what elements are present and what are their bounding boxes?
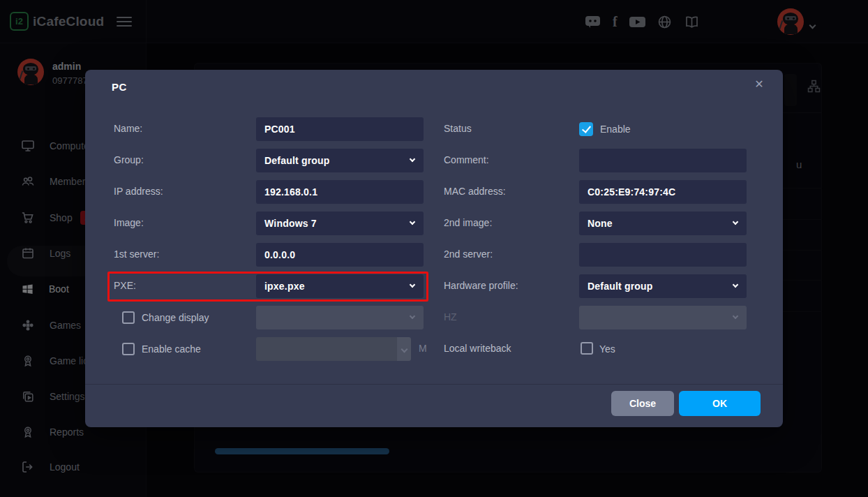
- local-writeback-checkbox[interactable]: [581, 342, 593, 355]
- change-display-checkbox[interactable]: [122, 311, 135, 324]
- mac-address-label: MAC address:: [444, 186, 506, 197]
- group-select[interactable]: Default group: [256, 149, 424, 172]
- mac-address-input[interactable]: [579, 180, 747, 204]
- image-label: Image:: [114, 217, 144, 228]
- close-icon[interactable]: ✕: [750, 75, 768, 93]
- local-writeback-label: Local writeback: [444, 343, 511, 354]
- first-server-label: 1st server:: [114, 248, 159, 260]
- chevron-down-icon: [733, 219, 738, 225]
- footer-divider: [85, 384, 783, 385]
- cache-size-input: [256, 337, 397, 361]
- comment-input[interactable]: [579, 149, 747, 172]
- name-input[interactable]: [256, 117, 424, 141]
- enable-cache-checkbox[interactable]: [122, 343, 135, 355]
- second-server-input[interactable]: [579, 243, 747, 267]
- dialog-title: PC: [112, 81, 127, 93]
- ok-button[interactable]: OK: [679, 391, 761, 416]
- change-display-select: [256, 306, 424, 329]
- hardware-profile-select[interactable]: Default group: [579, 274, 747, 298]
- pc-dialog: PC ✕ Name: Group: Default group IP addre…: [85, 70, 783, 427]
- chevron-down-icon: [410, 156, 415, 162]
- group-label: Group:: [114, 154, 144, 165]
- chevron-down-icon: [733, 282, 738, 288]
- chevron-down-icon: [410, 219, 415, 225]
- pxe-select[interactable]: ipxe.pxe: [256, 274, 424, 298]
- enable-cache-label: Enable cache: [142, 343, 201, 355]
- status-checkbox[interactable]: [579, 122, 593, 136]
- change-display-label: Change display: [142, 312, 209, 323]
- ip-address-label: IP address:: [114, 186, 163, 197]
- pxe-label: PXE:: [114, 280, 136, 291]
- app-screen: i2 iCafeCloud f: [0, 0, 868, 497]
- cache-size-stepper: [397, 337, 411, 361]
- close-button[interactable]: Close: [611, 391, 674, 416]
- local-writeback-yes-label: Yes: [599, 343, 615, 355]
- cache-unit-label: M: [419, 343, 427, 354]
- hardware-profile-label: Hardware profile:: [444, 280, 518, 291]
- chevron-down-icon: [410, 313, 415, 319]
- chevron-down-icon: [410, 282, 415, 288]
- second-image-select[interactable]: None: [579, 212, 747, 235]
- first-server-input[interactable]: [256, 243, 424, 267]
- image-select[interactable]: Windows 7: [256, 212, 424, 235]
- hz-select: [579, 306, 747, 329]
- status-label: Status: [444, 123, 472, 134]
- second-image-label: 2nd image:: [444, 217, 492, 228]
- status-enable-label: Enable: [600, 124, 631, 135]
- chevron-down-icon: [733, 313, 738, 319]
- second-server-label: 2nd server:: [444, 248, 493, 260]
- name-label: Name:: [114, 123, 142, 134]
- ip-address-input[interactable]: [256, 180, 424, 204]
- comment-label: Comment:: [444, 154, 489, 165]
- hz-label: HZ: [444, 311, 457, 322]
